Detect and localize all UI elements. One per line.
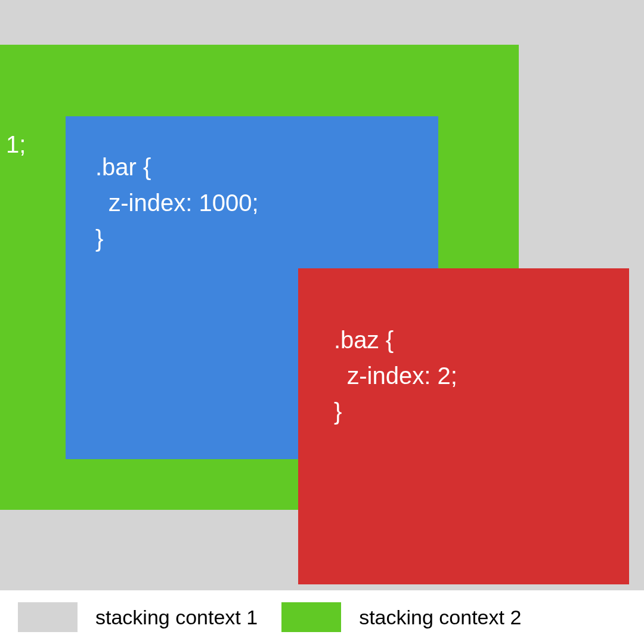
legend-swatch-grey <box>18 602 78 632</box>
legend-label-context-1: stacking context 1 <box>95 606 258 629</box>
legend-label-context-2: stacking context 2 <box>359 606 521 629</box>
baz-code-block: .baz { z-index: 2; } <box>334 322 593 429</box>
legend-item-context-1: stacking context 1 <box>18 602 258 632</box>
legend-item-context-2: stacking context 2 <box>281 602 521 632</box>
legend: stacking context 1 stacking context 2 <box>0 590 644 644</box>
diagram-canvas: 1; .bar { z-index: 1000; } .baz { z-inde… <box>0 0 644 590</box>
green-code-fragment: 1; <box>6 131 26 158</box>
red-baz-box: .baz { z-index: 2; } <box>298 268 629 584</box>
legend-swatch-green <box>281 602 341 632</box>
bar-code-block: .bar { z-index: 1000; } <box>95 149 408 256</box>
